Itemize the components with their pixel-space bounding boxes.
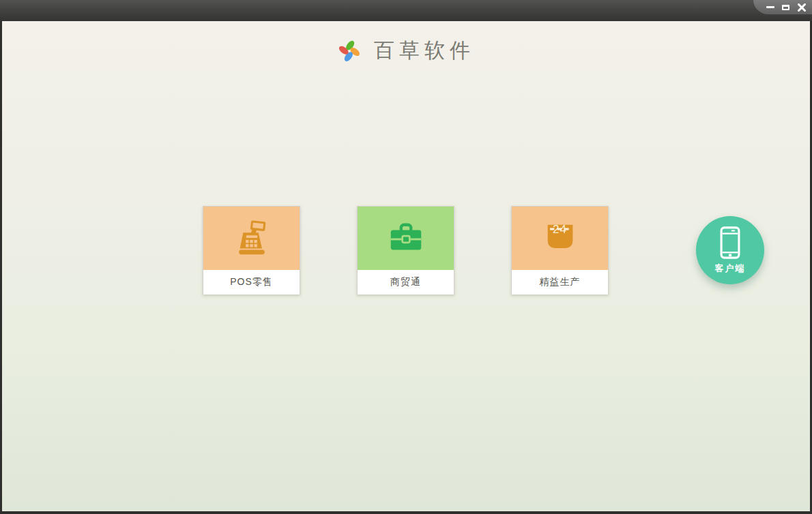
cash-register-icon	[232, 219, 272, 258]
product-tile: 24	[512, 207, 608, 270]
client-button[interactable]: 客户端	[696, 216, 764, 284]
product-label: 精益生产	[512, 270, 608, 294]
maximize-button[interactable]	[781, 2, 791, 12]
content-area: 百草软件 POS零售	[2, 21, 810, 511]
app-header: 百草软件	[2, 37, 810, 63]
title-bar[interactable]	[0, 0, 812, 21]
minimize-button[interactable]	[765, 2, 775, 12]
product-card-lean-production[interactable]: 24 精益生产	[511, 206, 609, 294]
close-button[interactable]	[796, 2, 807, 12]
app-window: 百草软件 POS零售	[0, 0, 812, 514]
smartphone-icon	[719, 226, 741, 259]
calendar-day-number: 24	[512, 223, 608, 237]
product-card-trade[interactable]: 商贸通	[357, 206, 454, 294]
app-title: 百草软件	[374, 40, 475, 61]
pinwheel-icon	[337, 37, 362, 63]
product-card-pos-retail[interactable]: POS零售	[203, 206, 300, 294]
briefcase-icon	[386, 219, 426, 258]
close-icon	[798, 3, 806, 12]
maximize-icon	[782, 5, 789, 10]
client-button-label: 客户端	[715, 262, 746, 275]
minimize-icon	[766, 6, 774, 8]
product-tile	[358, 207, 454, 270]
window-controls	[753, 0, 812, 14]
product-tile	[203, 207, 300, 270]
product-label: 商贸通	[358, 270, 454, 294]
product-label: POS零售	[203, 270, 300, 294]
